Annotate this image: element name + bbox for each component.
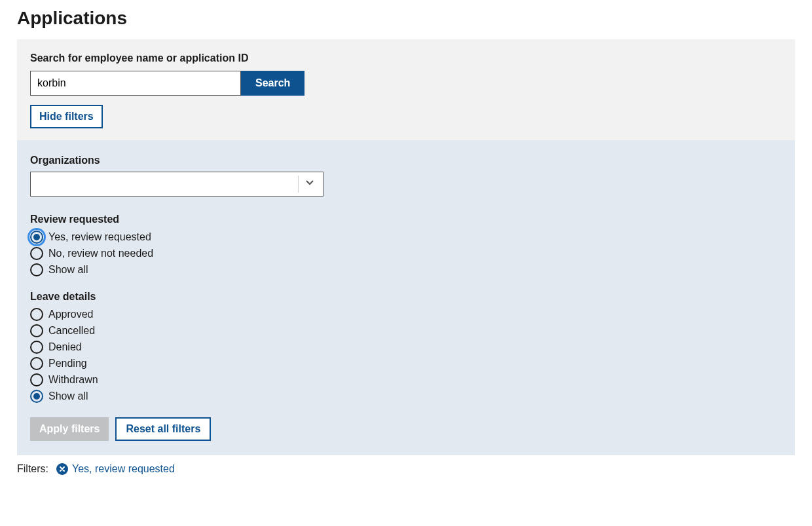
page-title: Applications [17, 8, 795, 29]
radio-dot-icon [33, 393, 40, 400]
review-requested-group: Review requested Yes, review requestedNo… [30, 214, 782, 276]
filters-panel: Organizations Review requested Yes, revi… [17, 140, 795, 455]
radio-label: Denied [48, 341, 82, 353]
leave-details-option-approved[interactable]: Approved [30, 308, 782, 321]
leave-details-option-denied[interactable]: Denied [30, 341, 782, 354]
search-panel: Search for employee name or application … [17, 39, 795, 140]
radio-icon [30, 341, 43, 354]
leave-details-label: Leave details [30, 291, 782, 303]
organizations-select-wrap [30, 172, 323, 197]
filter-chip[interactable]: Yes, review requested [56, 463, 175, 475]
radio-icon [30, 390, 43, 403]
filter-chip-label: Yes, review requested [72, 463, 175, 475]
apply-filters-button: Apply filters [30, 417, 109, 441]
radio-icon [30, 373, 43, 386]
hide-filters-button[interactable]: Hide filters [30, 105, 103, 128]
close-icon[interactable] [56, 463, 68, 475]
organizations-label: Organizations [30, 155, 782, 166]
applied-filters-row: Filters: Yes, review requested [17, 463, 795, 475]
radio-dot-icon [33, 234, 40, 240]
radio-icon [30, 324, 43, 337]
radio-icon [30, 247, 43, 260]
radio-label: Approved [48, 309, 94, 320]
review-requested-option-no[interactable]: No, review not needed [30, 247, 782, 260]
leave-details-option-withdrawn[interactable]: Withdrawn [30, 373, 782, 386]
radio-icon [30, 263, 43, 276]
radio-icon [30, 231, 43, 244]
organizations-select[interactable] [30, 172, 323, 197]
leave-details-option-all[interactable]: Show all [30, 390, 782, 403]
search-label: Search for employee name or application … [30, 52, 782, 64]
leave-details-option-pending[interactable]: Pending [30, 357, 782, 370]
radio-label: Pending [48, 358, 87, 369]
radio-label: Show all [48, 264, 88, 276]
review-requested-option-all[interactable]: Show all [30, 263, 782, 276]
radio-icon [30, 308, 43, 321]
leave-details-option-cancelled[interactable]: Cancelled [30, 324, 782, 337]
reset-filters-button[interactable]: Reset all filters [115, 417, 211, 441]
radio-label: Cancelled [48, 325, 95, 337]
radio-label: Show all [48, 390, 88, 402]
radio-icon [30, 357, 43, 370]
search-row: Search [30, 71, 782, 96]
review-requested-label: Review requested [30, 214, 782, 225]
review-requested-option-yes[interactable]: Yes, review requested [30, 231, 782, 244]
leave-details-group: Leave details ApprovedCancelledDeniedPen… [30, 291, 782, 403]
applied-filters-label: Filters: [17, 463, 48, 475]
radio-label: No, review not needed [48, 248, 153, 259]
filter-buttons: Apply filters Reset all filters [30, 417, 782, 441]
radio-label: Yes, review requested [48, 231, 151, 243]
search-input[interactable] [30, 71, 241, 96]
search-button[interactable]: Search [241, 71, 304, 96]
radio-label: Withdrawn [48, 374, 98, 386]
